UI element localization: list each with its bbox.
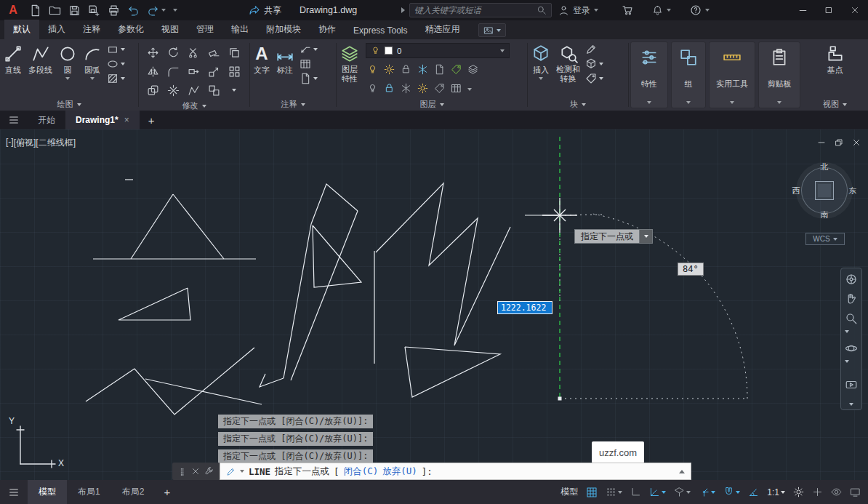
line-tool-button[interactable]: 直线 bbox=[1, 42, 25, 78]
mirror-tool-button[interactable] bbox=[143, 63, 162, 80]
file-tab-menu-button[interactable] bbox=[0, 111, 28, 129]
basepoint-button[interactable]: 基点 bbox=[824, 42, 847, 78]
join-tool-button[interactable] bbox=[184, 81, 203, 99]
maximize-button[interactable] bbox=[816, 0, 842, 20]
command-history-expand-button[interactable] bbox=[679, 470, 685, 473]
annotation-monitor-button[interactable] bbox=[809, 484, 826, 501]
fillet-tool-button[interactable] bbox=[164, 63, 182, 80]
autocad-logo[interactable]: A bbox=[4, 4, 22, 17]
dynamic-input-toggle[interactable] bbox=[745, 484, 762, 501]
layer-isolate-button[interactable] bbox=[384, 64, 395, 75]
compass-north[interactable]: 北 bbox=[819, 161, 830, 172]
utilities-panel-button[interactable]: 实用工具 bbox=[709, 41, 755, 108]
command-customize-button[interactable] bbox=[204, 466, 214, 476]
file-tab-start[interactable]: 开始 bbox=[28, 111, 65, 129]
ribbon-display-button[interactable] bbox=[478, 23, 506, 37]
copy-tool-button[interactable] bbox=[225, 44, 244, 61]
zoom-button[interactable] bbox=[845, 312, 858, 335]
offset-tool-button[interactable] bbox=[143, 81, 162, 99]
distance-input-field[interactable]: 1222.1622 bbox=[497, 301, 552, 314]
hatch-tool-button[interactable] bbox=[107, 73, 125, 84]
table-tool-button[interactable] bbox=[300, 58, 318, 70]
block-attributes-button[interactable] bbox=[585, 73, 603, 84]
layer-freeze-button[interactable] bbox=[417, 64, 428, 75]
doc-restore-button[interactable] bbox=[835, 138, 843, 147]
layer-tool-button[interactable] bbox=[417, 83, 428, 94]
viewport-visualstyle-control[interactable]: [二维线框] bbox=[36, 137, 76, 149]
ribbon-tab-manage[interactable]: 管理 bbox=[188, 20, 222, 39]
text-tool-button[interactable]: A 文字 bbox=[252, 42, 272, 78]
app-store-button[interactable] bbox=[622, 4, 633, 16]
array-tool-button[interactable] bbox=[225, 63, 244, 80]
file-tab-drawing1[interactable]: Drawing1* × bbox=[65, 111, 140, 129]
grid-toggle[interactable] bbox=[583, 484, 600, 501]
command-option-close[interactable]: 闭合(C) bbox=[344, 465, 379, 478]
polyline-tool-button[interactable]: 多段线 bbox=[26, 42, 55, 78]
save-button[interactable] bbox=[68, 0, 81, 20]
block-panel-label[interactable]: 块 bbox=[528, 98, 628, 111]
insert-block-button[interactable]: 插入 bbox=[529, 42, 552, 82]
layer-tool-button[interactable] bbox=[367, 83, 378, 94]
polar-tracking-toggle[interactable] bbox=[646, 484, 669, 501]
search-collapse-arrow[interactable] bbox=[401, 7, 405, 13]
full-nav-wheel-button[interactable] bbox=[845, 273, 858, 286]
trim-tool-button[interactable] bbox=[184, 44, 203, 61]
undo-button[interactable] bbox=[127, 0, 140, 20]
dimension-tool-button[interactable]: 标注 bbox=[273, 42, 297, 78]
ortho-toggle[interactable] bbox=[627, 484, 644, 501]
new-file-button[interactable] bbox=[29, 0, 41, 20]
status-menu-button[interactable] bbox=[0, 487, 28, 498]
search-input[interactable] bbox=[414, 6, 537, 15]
layer-prev-button[interactable] bbox=[451, 64, 462, 75]
layer-match-button[interactable] bbox=[434, 64, 445, 75]
drawing-canvas[interactable]: [-] [俯视] [二维线框] 北 南 西 东 WCS bbox=[0, 129, 868, 480]
model-space-toggle[interactable]: 模型 bbox=[558, 484, 581, 501]
group-edit-tool-button[interactable] bbox=[204, 81, 223, 99]
redo-button[interactable] bbox=[147, 0, 166, 20]
object-snap-toggle[interactable] bbox=[720, 484, 743, 501]
layer-tool-button[interactable] bbox=[434, 83, 445, 94]
layer-tool-button[interactable] bbox=[451, 83, 462, 94]
open-file-button[interactable] bbox=[49, 0, 61, 20]
plot-button[interactable] bbox=[108, 0, 120, 20]
clean-screen-button[interactable] bbox=[847, 484, 864, 501]
doc-close-button[interactable] bbox=[852, 138, 861, 147]
close-button[interactable] bbox=[842, 0, 868, 20]
ellipse-tool-button[interactable] bbox=[107, 58, 125, 70]
layer-more-button[interactable] bbox=[467, 83, 472, 93]
help-button[interactable] bbox=[690, 4, 710, 16]
command-input-field[interactable]: LINE 指定下一点或 [ 闭合(C) 放弃(U) ]: bbox=[220, 463, 691, 480]
ribbon-tab-featured[interactable]: 精选应用 bbox=[416, 20, 468, 39]
leader-tool-button[interactable] bbox=[300, 44, 318, 55]
isolate-objects-button[interactable] bbox=[828, 484, 845, 501]
layer-tool-button[interactable] bbox=[401, 83, 411, 94]
model-tab[interactable]: 模型 bbox=[28, 480, 67, 504]
ribbon-tab-view[interactable]: 视图 bbox=[153, 20, 188, 39]
scale-tool-button[interactable] bbox=[204, 63, 223, 80]
stretch-tool-button[interactable] bbox=[184, 63, 203, 80]
layers-panel-label[interactable]: 图层 bbox=[337, 98, 527, 111]
command-option-undo[interactable]: 放弃(U) bbox=[382, 465, 417, 478]
draw-panel-label[interactable]: 绘图 bbox=[0, 98, 138, 111]
new-layout-button[interactable]: + bbox=[155, 486, 179, 498]
save-as-button[interactable] bbox=[88, 0, 100, 20]
properties-panel-button[interactable]: 特性 bbox=[630, 41, 668, 108]
arc-tool-button[interactable]: 圆弧 bbox=[81, 42, 104, 82]
command-drag-grip[interactable] bbox=[177, 466, 187, 477]
viewport-view-control[interactable]: [俯视] bbox=[14, 137, 36, 149]
rotate-tool-button[interactable] bbox=[164, 44, 182, 61]
annotation-panel-label[interactable]: 注释 bbox=[250, 98, 336, 111]
viewcube-top-face[interactable] bbox=[815, 181, 834, 200]
view-panel-label[interactable]: 视图 bbox=[802, 98, 868, 111]
edit-block-button[interactable] bbox=[585, 58, 603, 70]
layer-off-button[interactable] bbox=[367, 64, 378, 75]
showmotion-button[interactable] bbox=[845, 378, 858, 391]
compass-east[interactable]: 东 bbox=[847, 185, 859, 196]
orbit-button[interactable] bbox=[845, 342, 858, 365]
close-tab-icon[interactable]: × bbox=[124, 115, 129, 125]
ribbon-tab-parametric[interactable]: 参数化 bbox=[109, 20, 153, 39]
erase-tool-button[interactable] bbox=[204, 44, 223, 61]
group-panel-button[interactable]: 组 bbox=[671, 41, 706, 108]
qat-dropdown[interactable] bbox=[173, 9, 177, 12]
help-search-box[interactable] bbox=[409, 3, 552, 17]
